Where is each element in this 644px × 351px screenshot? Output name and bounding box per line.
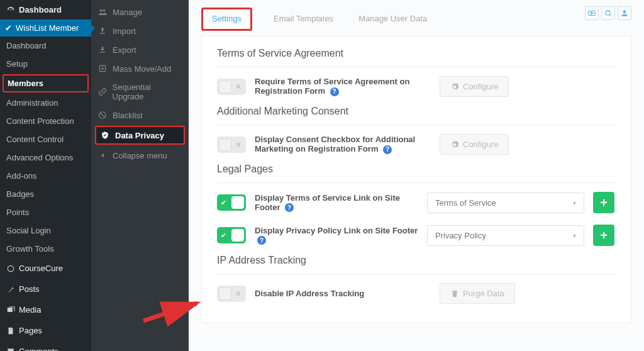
svg-point-0 [8, 265, 13, 271]
svg-point-2 [100, 9, 103, 11]
settings-panel: Terms of Service Agreement ✕ Require Ter… [201, 36, 631, 323]
upload-icon [97, 26, 108, 36]
sidebar-item-posts[interactable]: Posts [0, 279, 91, 299]
check-icon: ✔ [221, 231, 226, 240]
configure-consent-button[interactable]: Configure [440, 134, 509, 155]
sidebar-item-pages[interactable]: Pages [0, 320, 91, 341]
plus-square-icon [97, 64, 108, 74]
subnav-manage-label: Manage [113, 8, 142, 17]
option-consent: ✕ Display Consent Checkbox for Additiona… [217, 134, 616, 155]
subnav-sequential-label: Sequential Upgrade [113, 82, 182, 101]
x-icon: ✕ [235, 82, 242, 91]
help-icon[interactable]: ? [383, 145, 392, 154]
pages-label: Pages [19, 326, 42, 335]
subnav-sequential[interactable]: Sequential Upgrade [91, 78, 189, 106]
dashboard-label: Dashboard [19, 5, 62, 14]
shield-check-icon [100, 130, 110, 140]
select-privacy-page[interactable]: Privacy Policy ▾ [427, 225, 584, 246]
search-icon[interactable] [601, 6, 615, 20]
sidebar-item-comments[interactable]: Comments [0, 341, 91, 351]
pin-icon [6, 285, 15, 294]
tab-email-templates[interactable]: Email Templates [270, 8, 337, 31]
select-tos-page[interactable]: Terms of Service ▾ [427, 192, 584, 213]
help-icon[interactable]: ? [330, 87, 339, 96]
sidebar-item-social-login[interactable]: Social Login [0, 221, 91, 240]
toggle-privacy-link[interactable]: ✔ [217, 227, 246, 243]
users-icon [97, 7, 108, 17]
toggle-tos[interactable]: ✕ [217, 79, 246, 95]
subnav-import[interactable]: Import [91, 21, 189, 40]
check-icon: ✔ [221, 199, 226, 207]
option-tos-label: Require Terms of Service Agreement on Re… [255, 77, 431, 96]
add-privacy-page-button[interactable]: + [593, 225, 614, 246]
option-privacy-link-label: Display Privacy Policy Link on Site Foot… [255, 226, 418, 245]
ban-icon [97, 110, 108, 120]
video-icon[interactable] [585, 6, 599, 20]
gear-icon [450, 140, 459, 149]
sidebar-item-addons[interactable]: Add-ons [0, 167, 91, 185]
user-icon[interactable] [618, 6, 631, 20]
help-icon[interactable]: ? [257, 236, 266, 245]
option-tos-link-label: Display Terms of Service Link on Site Fo… [255, 193, 418, 213]
subnav-blacklist-label: Blacklist [113, 111, 143, 120]
divider [217, 274, 616, 274]
posts-label: Posts [19, 284, 40, 294]
sidebar-item-setup[interactable]: Setup [0, 55, 91, 73]
add-tos-page-button[interactable]: + [593, 192, 614, 213]
subnav-export[interactable]: Export [91, 40, 189, 59]
tab-manage-user-data[interactable]: Manage User Data [355, 8, 431, 31]
tab-settings[interactable]: Settings [201, 8, 252, 31]
sidebar-item-dashboard[interactable]: Dashboard [0, 36, 91, 55]
purge-data-button[interactable]: Purge Data [440, 283, 515, 304]
select-tos-value: Terms of Service [435, 198, 496, 208]
caret-down-icon: ▾ [573, 199, 576, 206]
sidebar-item-coursecure[interactable]: CourseCure [0, 258, 91, 279]
trash-icon [450, 289, 459, 298]
divider [217, 182, 616, 183]
sidebar-item-advanced-options[interactable]: Advanced Options [0, 148, 91, 167]
section-ip-title: IP Address Tracking [217, 255, 616, 266]
comments-label: Comments [19, 347, 58, 351]
subnav-data-privacy[interactable]: Data Privacy [95, 126, 185, 145]
secondary-sidebar: Manage Import Export Mass Move/Add Seque… [91, 0, 189, 351]
coursecure-icon [6, 264, 15, 273]
divider [217, 67, 616, 67]
sidebar-item-content-control[interactable]: Content Control [0, 130, 91, 148]
sidebar-item-administration[interactable]: Administration [0, 94, 91, 112]
subnav-export-label: Export [113, 45, 136, 55]
sidebar-item-growth-tools[interactable]: Growth Tools [0, 240, 91, 258]
comment-icon [6, 347, 15, 352]
toggle-ip[interactable]: ✕ [217, 286, 246, 302]
media-label: Media [19, 305, 41, 315]
toggle-consent[interactable]: ✕ [217, 136, 246, 153]
sidebar-item-badges[interactable]: Badges [0, 185, 91, 203]
sidebar-item-points[interactable]: Points [0, 203, 91, 221]
chevron-left-icon [97, 150, 108, 160]
tabs: Settings Email Templates Manage User Dat… [201, 8, 631, 31]
main-content: Settings Email Templates Manage User Dat… [189, 0, 644, 351]
configure-tos-label: Configure [463, 82, 498, 91]
coursecure-label: CourseCure [19, 264, 63, 273]
page-icon [6, 326, 15, 335]
section-tos-title: Terms of Service Agreement [217, 48, 616, 59]
subnav-collapse[interactable]: Collapse menu [91, 146, 189, 165]
sidebar-dashboard-header[interactable]: Dashboard [0, 0, 91, 20]
subnav-blacklist[interactable]: Blacklist [91, 106, 189, 125]
option-ip: ✕ Disable IP Address Tracking Purge Data [217, 283, 616, 304]
sidebar-item-media[interactable]: Media [0, 299, 91, 320]
sidebar-item-members[interactable]: Members [3, 74, 89, 92]
media-icon [6, 306, 15, 315]
toggle-tos-link[interactable]: ✔ [217, 194, 246, 211]
option-tos-link: ✔ Display Terms of Service Link on Site … [217, 192, 616, 213]
option-privacy-link: ✔ Display Privacy Policy Link on Site Fo… [217, 225, 616, 246]
configure-consent-label: Configure [463, 140, 498, 149]
section-consent-title: Additional Marketing Consent [217, 106, 616, 117]
help-icon[interactable]: ? [285, 203, 294, 212]
configure-tos-button[interactable]: Configure [440, 76, 509, 97]
subnav-mass-move[interactable]: Mass Move/Add [91, 59, 189, 78]
subnav-manage[interactable]: Manage [91, 3, 189, 21]
subnav-mass-move-label: Mass Move/Add [113, 64, 171, 74]
submenu-arrow-icon [91, 25, 95, 32]
sidebar-wishlist-member[interactable]: ✔ WishList Member [0, 20, 91, 36]
sidebar-item-content-protection[interactable]: Content Protection [0, 112, 91, 130]
